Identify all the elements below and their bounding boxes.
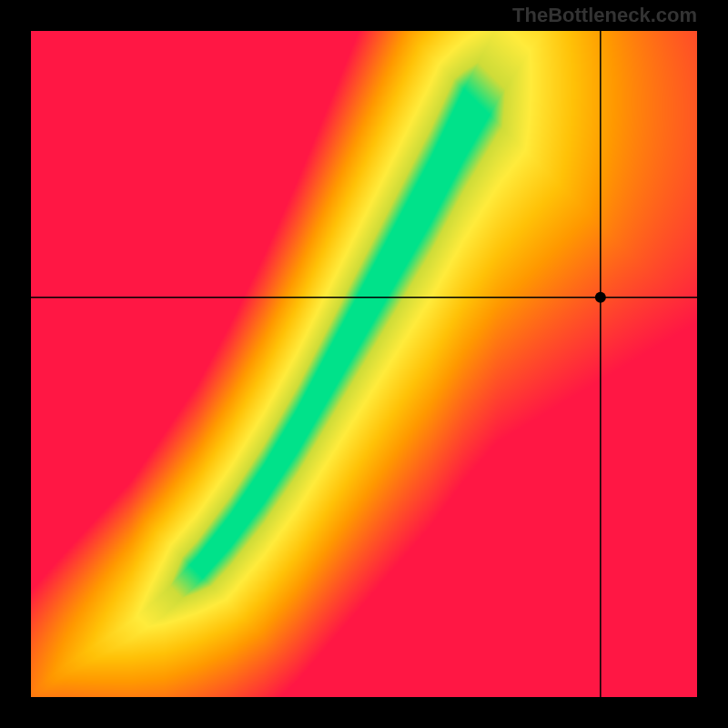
heatmap-plot [31, 31, 697, 697]
watermark-text: TheBottleneck.com [512, 4, 697, 27]
chart-container: TheBottleneck.com [0, 0, 728, 728]
overlay-canvas [31, 31, 697, 697]
